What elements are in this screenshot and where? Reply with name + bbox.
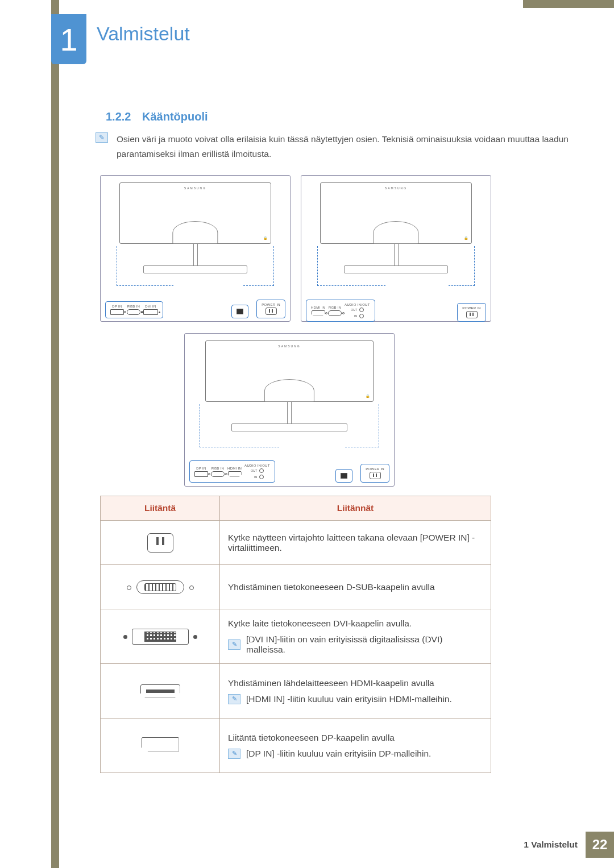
table-row: Yhdistäminen tietokoneeseen D-SUB-kaapel… (101, 565, 491, 609)
hdmi-port-icon (228, 471, 242, 477)
table-header-desc: Liitännät (220, 496, 491, 521)
diagram-row-2: SAMSUNG 🔒 DP IN RGB IN HDMI IN AUDIO IN/… (184, 333, 395, 487)
audio-in-label: IN (354, 314, 358, 318)
audio-jack-icon (259, 475, 264, 479)
port-label: AUDIO IN/OUT (345, 303, 370, 306)
note-icon: ✎ (96, 132, 108, 143)
top-accent-bar (0, 0, 614, 8)
switch-icon (341, 473, 347, 479)
vga-port-icon (211, 471, 225, 477)
audio-out-label: OUT (351, 308, 357, 312)
note-icon: ✎ (228, 749, 240, 759)
power-port-icon (265, 308, 277, 315)
port-label: RGB IN (211, 467, 224, 470)
power-port-icon (147, 533, 173, 553)
monitor-variant-c: SAMSUNG 🔒 DP IN RGB IN HDMI IN AUDIO IN/… (184, 333, 395, 487)
power-port-icon (370, 472, 381, 479)
row-note-text: [HDMI IN] -liitin kuuluu vain erityisiin… (246, 694, 452, 704)
page-number-badge: 22 (586, 832, 614, 858)
ports-table: Liitäntä Liitännät Kytke näytteen virtaj… (100, 496, 491, 773)
port-label: HDMI IN (311, 306, 325, 309)
note-icon: ✎ (228, 639, 240, 650)
port-label: AUDIO IN/OUT (244, 464, 270, 467)
dvi-port-icon (143, 309, 158, 315)
chapter-title: Valmistelut (97, 23, 190, 45)
note-icon: ✎ (228, 694, 240, 704)
power-port-box: POWER IN (457, 303, 486, 322)
port-label: DP IN (196, 467, 206, 470)
section-number: 1.2.2 (106, 110, 131, 123)
dp-port-icon (194, 471, 208, 477)
dp-port-icon (142, 737, 179, 752)
diagram-row-1: SAMSUNG 🔒 DP IN RGB IN DVI IN POWER IN (100, 175, 491, 322)
row-note-text: [DVI IN]-liitin on vain erityisissä digi… (246, 634, 483, 655)
footer-chapter-label: 1 Valmistelut (524, 840, 578, 850)
dp-port-icon (110, 309, 124, 315)
port-label: RGB IN (329, 306, 341, 309)
monitor-variant-b: SAMSUNG 🔒 HDMI IN RGB IN AUDIO IN/OUT OU… (301, 175, 491, 322)
port-label: POWER IN (262, 303, 280, 306)
audio-jack-icon (359, 308, 364, 312)
power-port-box: POWER IN (256, 300, 285, 318)
monitor-back-illustration: SAMSUNG 🔒 (119, 182, 271, 244)
vga-port-icon (328, 310, 342, 316)
audio-in-label: IN (254, 475, 258, 479)
row-text: Yhdistäminen lähdelaitteeseen HDMI-kaape… (228, 678, 483, 688)
hdmi-port-icon (140, 684, 180, 698)
monitor-variant-a: SAMSUNG 🔒 DP IN RGB IN DVI IN POWER IN (100, 175, 291, 322)
table-header-port: Liitäntä (101, 496, 220, 521)
port-label: RGB IN (127, 305, 140, 308)
row-text: Liitäntä tietokoneeseen DP-kaapelin avul… (228, 733, 483, 743)
vga-port-icon (136, 580, 184, 594)
port-label: DVI IN (145, 305, 156, 308)
row-text: Kytke laite tietokoneeseen DVI-kaapelin … (228, 618, 483, 629)
port-label: POWER IN (462, 306, 481, 310)
vga-port-icon (127, 309, 140, 315)
row-note: ✎[DP IN] -liitin kuuluu vain erityisiin … (228, 749, 483, 759)
monitor-back-illustration: SAMSUNG 🔒 (320, 182, 471, 244)
row-text: Yhdistäminen tietokoneeseen D-SUB-kaapel… (220, 565, 491, 609)
audio-out-label: OUT (251, 469, 257, 472)
row-note: ✎[HDMI IN] -liitin kuuluu vain erityisii… (228, 694, 483, 704)
power-switch-box (231, 305, 248, 318)
table-row: Kytke näytteen virtajohto laitteen takan… (101, 521, 491, 565)
left-accent-bar (51, 0, 59, 868)
audio-jack-icon (259, 468, 264, 473)
port-group-left: DP IN RGB IN DVI IN (105, 301, 163, 318)
table-row: Liitäntä tietokoneeseen DP-kaapelin avul… (101, 719, 491, 773)
row-note: ✎[DVI IN]-liitin on vain erityisissä dig… (228, 634, 483, 655)
monitor-back-illustration: SAMSUNG 🔒 (205, 340, 374, 402)
port-label: POWER IN (366, 467, 384, 471)
port-label: HDMI IN (227, 467, 242, 470)
port-group-left: DP IN RGB IN HDMI IN AUDIO IN/OUT OUT IN (189, 460, 275, 483)
dvi-port-icon (132, 629, 189, 645)
table-row: Kytke laite tietokoneeseen DVI-kaapelin … (101, 609, 491, 664)
row-note-text: [DP IN] -liitin kuuluu vain erityisiin D… (246, 749, 431, 759)
section-title: Kääntöpuoli (142, 110, 208, 123)
power-port-box: POWER IN (360, 464, 389, 483)
table-row: Yhdistäminen lähdelaitteeseen HDMI-kaape… (101, 664, 491, 719)
port-group-left: HDMI IN RGB IN AUDIO IN/OUT OUT IN (306, 300, 375, 322)
hdmi-port-icon (312, 310, 325, 316)
switch-icon (237, 309, 243, 314)
page-footer: 1 Valmistelut 22 (524, 832, 614, 858)
power-port-icon (466, 311, 478, 318)
power-switch-box (335, 469, 352, 483)
row-text: Kytke näytteen virtajohto laitteen takan… (220, 521, 491, 565)
port-label: DP IN (112, 305, 122, 308)
chapter-number-badge: 1 (51, 14, 86, 64)
audio-jack-icon (359, 314, 364, 318)
intro-note: Osien väri ja muoto voivat olla erilaisi… (117, 132, 574, 162)
